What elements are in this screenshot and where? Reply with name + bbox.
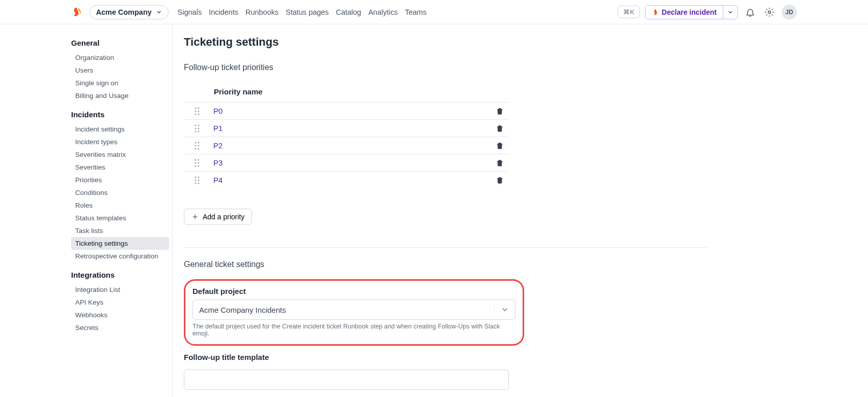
side-severities[interactable]: Severities (71, 161, 169, 174)
svg-point-21 (195, 162, 197, 163)
delete-priority-button[interactable] (496, 124, 504, 133)
trash-icon (496, 176, 504, 184)
main-content: Ticketing settings Follow-up ticket prio… (173, 24, 721, 397)
drag-handle-icon[interactable] (194, 142, 200, 150)
nav-runbooks[interactable]: Runbooks (245, 8, 278, 16)
side-incident-types[interactable]: Incident types (71, 136, 169, 148)
svg-point-18 (198, 148, 200, 149)
priority-row: P0 (184, 102, 509, 119)
svg-point-23 (195, 165, 197, 167)
default-project-value: Acme Company Incidents (199, 306, 286, 314)
topbar-right: ⌘K Declare incident JD (618, 5, 797, 20)
priority-row: P4 (184, 171, 509, 188)
nav-incidents[interactable]: Incidents (209, 8, 238, 16)
svg-point-26 (198, 176, 200, 178)
priority-link[interactable]: P2 (213, 141, 222, 150)
drag-handle-icon[interactable] (194, 159, 200, 167)
svg-point-15 (195, 145, 197, 146)
side-roles[interactable]: Roles (71, 199, 169, 212)
main-nav: Signals Incidents Runbooks Status pages … (178, 8, 427, 16)
side-severities-matrix[interactable]: Severities matrix (71, 148, 169, 161)
svg-point-3 (195, 110, 197, 112)
priorities-section-title: Follow-up ticket priorities (184, 63, 721, 72)
svg-point-13 (195, 142, 197, 143)
drag-handle-icon[interactable] (194, 124, 200, 133)
svg-point-17 (195, 148, 197, 149)
svg-point-9 (195, 127, 197, 129)
side-task-lists[interactable]: Task lists (71, 224, 169, 237)
priority-link[interactable]: P3 (213, 158, 222, 167)
priority-row: P1 (184, 119, 509, 137)
chevron-down-icon (156, 9, 162, 15)
delete-priority-button[interactable] (496, 142, 504, 150)
select-caret (494, 306, 509, 314)
user-avatar[interactable]: JD (782, 5, 797, 20)
command-palette-button[interactable]: ⌘K (618, 6, 640, 18)
followup-template-input[interactable] (184, 370, 509, 390)
chevron-down-icon (727, 9, 733, 15)
side-priorities[interactable]: Priorities (71, 174, 169, 186)
nav-status-pages[interactable]: Status pages (286, 8, 329, 16)
svg-point-11 (195, 130, 197, 132)
trash-icon (496, 124, 504, 133)
side-billing[interactable]: Billing and Usage (71, 89, 169, 102)
declare-incident-dropdown[interactable] (723, 6, 737, 19)
side-sso[interactable]: Single sign on (71, 77, 169, 89)
priority-link[interactable]: P0 (213, 107, 222, 115)
general-section-title: General ticket settings (184, 260, 721, 269)
delete-priority-button[interactable] (496, 107, 504, 115)
delete-priority-button[interactable] (496, 176, 504, 184)
priority-link[interactable]: P1 (213, 124, 222, 133)
side-ticketing-settings[interactable]: Ticketing settings (71, 237, 169, 250)
nav-analytics[interactable]: Analytics (368, 8, 398, 16)
side-integration-list[interactable]: Integration List (71, 283, 169, 296)
followup-template-block: Follow-up title template (184, 353, 509, 390)
svg-point-7 (195, 124, 197, 126)
org-name: Acme Company (96, 8, 152, 16)
nav-teams[interactable]: Teams (405, 8, 427, 16)
delete-priority-button[interactable] (496, 159, 504, 167)
nav-catalog[interactable]: Catalog (336, 8, 361, 16)
page-title: Ticketing settings (184, 36, 721, 49)
svg-point-28 (198, 179, 200, 181)
side-users[interactable]: Users (71, 64, 169, 77)
svg-point-19 (195, 159, 197, 160)
side-conditions[interactable]: Conditions (71, 186, 169, 199)
gear-icon (764, 7, 775, 17)
side-organization[interactable]: Organization (71, 51, 169, 64)
trash-icon (496, 142, 504, 150)
add-priority-label: Add a priority (203, 213, 244, 221)
side-retro-config[interactable]: Retrospective configuration (71, 250, 169, 262)
nav-signals[interactable]: Signals (178, 8, 202, 16)
drag-handle-icon[interactable] (194, 176, 200, 184)
svg-point-4 (198, 110, 200, 112)
priority-link[interactable]: P4 (213, 176, 222, 184)
fire-icon (652, 9, 659, 16)
declare-incident-button[interactable]: Declare incident (646, 6, 723, 19)
side-group-incidents: Incidents (71, 110, 169, 119)
notifications-button[interactable] (743, 5, 757, 19)
default-project-select[interactable]: Acme Company Incidents (192, 300, 516, 320)
svg-point-12 (198, 130, 200, 132)
default-project-help: The default project used for the Create … (192, 323, 516, 337)
org-picker[interactable]: Acme Company (89, 5, 169, 19)
svg-point-25 (195, 176, 197, 178)
side-webhooks[interactable]: Webhooks (71, 309, 169, 321)
svg-point-8 (198, 124, 200, 126)
side-incident-settings[interactable]: Incident settings (71, 123, 169, 136)
side-secrets[interactable]: Secrets (71, 321, 169, 334)
svg-point-20 (198, 159, 200, 160)
topbar: Acme Company Signals Incidents Runbooks … (0, 0, 868, 24)
side-group-integrations: Integrations (71, 271, 169, 279)
plus-icon (191, 213, 199, 220)
side-api-keys[interactable]: API Keys (71, 296, 169, 309)
settings-button[interactable] (762, 5, 777, 19)
app-logo[interactable] (71, 7, 82, 18)
drag-handle-icon[interactable] (194, 107, 200, 115)
priority-row: P3 (184, 154, 509, 171)
svg-point-6 (198, 113, 200, 115)
bell-icon (745, 7, 755, 17)
add-priority-button[interactable]: Add a priority (184, 209, 252, 225)
trash-icon (496, 159, 504, 167)
side-status-templates[interactable]: Status templates (71, 212, 169, 224)
